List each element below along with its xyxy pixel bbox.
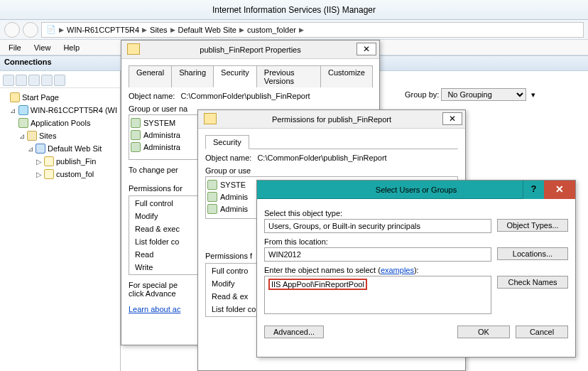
sidebar: Start Page ⊿WIN-R61CCPTT5R4 (WI Applicat… (0, 71, 121, 371)
refresh-icon[interactable] (28, 75, 40, 86)
tree-server[interactable]: ⊿WIN-R61CCPTT5R4 (WI (3, 104, 117, 117)
close-button[interactable]: ✕ (544, 181, 575, 199)
user-icon (131, 118, 141, 128)
locations-button[interactable]: Locations... (497, 247, 568, 260)
select-users-footer: Advanced... OK Cancel (257, 320, 575, 344)
nav-back-icon[interactable] (4, 22, 20, 38)
ok-button[interactable]: OK (457, 326, 510, 338)
tree-sites[interactable]: ⊿Sites (3, 129, 117, 142)
collapse-icon[interactable]: ⊿ (18, 132, 25, 140)
expand-icon[interactable]: ▷ (36, 158, 42, 166)
breadcrumb-item[interactable]: Default Web Site (178, 26, 236, 34)
folder-icon (127, 43, 140, 55)
folder-icon (44, 156, 54, 166)
learn-link[interactable]: Learn about ac (129, 305, 180, 313)
chevron-right-icon: ▶ (239, 26, 244, 33)
nav-forward-icon[interactable] (23, 22, 38, 38)
object-names-label: Enter the object names to select (exampl… (264, 266, 568, 274)
tab-previous-versions[interactable]: Previous Versions (256, 65, 321, 87)
home-icon (10, 92, 20, 102)
close-button[interactable]: ✕ (442, 112, 462, 125)
breadcrumb-item[interactable]: Sites (150, 26, 167, 34)
menu-help[interactable]: Help (58, 42, 85, 53)
tree-default-site[interactable]: ⊿Default Web Sit (3, 142, 117, 155)
folder-icon (204, 113, 217, 124)
user-icon (207, 180, 217, 190)
examples-link[interactable]: examples (381, 266, 414, 274)
chevron-right-icon: ▶ (59, 26, 64, 33)
user-icon (207, 192, 217, 202)
save-icon[interactable] (16, 75, 27, 86)
location-field: WIN2012 (264, 247, 491, 262)
location-label: From this location: (264, 237, 568, 246)
tab-security[interactable]: Security (205, 135, 249, 149)
sidebar-toolbar (0, 72, 120, 88)
chevron-right-icon: ▶ (142, 26, 147, 33)
group-by-menu-icon[interactable]: ▾ (531, 90, 535, 99)
object-types-button[interactable]: Object Types... (497, 219, 568, 232)
globe-icon (36, 144, 45, 154)
sites-icon (27, 131, 37, 141)
tab-sharing[interactable]: Sharing (171, 65, 214, 87)
user-icon (131, 142, 141, 152)
tree-start-page[interactable]: Start Page (3, 91, 117, 104)
tree-custom-folder[interactable]: ▷custom_fol (3, 168, 117, 181)
user-icon (131, 130, 141, 140)
object-names-value: IIS AppPool\FinReportPool (268, 279, 367, 290)
properties-titlebar: publish_FinReport Properties ✕ (121, 41, 379, 59)
group-by: Group by: No Grouping ▾ (405, 88, 535, 101)
select-users-titlebar: Select Users or Groups ? ✕ (257, 181, 575, 199)
menu-file[interactable]: File (3, 42, 27, 53)
tab-general[interactable]: General (129, 65, 172, 87)
object-type-label: Select this object type: (264, 209, 568, 217)
permissions-titlebar: Permissions for publish_FinReport ✕ (198, 110, 465, 129)
check-names-button[interactable]: Check Names (497, 276, 568, 289)
properties-tabs: General Sharing Security Previous Versio… (129, 65, 372, 87)
breadcrumb-root-icon: 📄 (46, 25, 56, 34)
main-titlebar: Internet Information Services (IIS) Mana… (0, 0, 588, 20)
tab-customize[interactable]: Customize (320, 65, 373, 87)
breadcrumb[interactable]: 📄▶ WIN-R61CCPTT5R4▶ Sites▶ Default Web S… (41, 22, 584, 38)
tree-publish-fin[interactable]: ▷publish_Fin (3, 155, 117, 168)
main-title: Internet Information Services (IIS) Mana… (212, 5, 376, 15)
chevron-right-icon: ▶ (299, 26, 304, 33)
group-by-label: Group by: (405, 90, 439, 99)
group-by-select[interactable]: No Grouping (441, 88, 526, 101)
object-name-value: C:\CommonFolder\publish_FinReport (180, 92, 310, 100)
chevron-right-icon: ▶ (170, 26, 175, 33)
app-pool-icon (18, 118, 28, 128)
object-type-field: Users, Groups, or Built-in security prin… (264, 219, 491, 233)
tree: Start Page ⊿WIN-R61CCPTT5R4 (WI Applicat… (0, 88, 120, 183)
folder-icon (44, 169, 54, 179)
advanced-button[interactable]: Advanced... (264, 326, 324, 338)
properties-title: publish_FinReport Properties (200, 45, 300, 54)
select-users-title: Select Users or Groups (376, 186, 457, 194)
breadcrumb-item[interactable]: custom_folder (247, 26, 296, 34)
close-button[interactable]: ✕ (356, 43, 376, 55)
menu-view[interactable]: View (28, 42, 57, 53)
select-users-dialog: Select Users or Groups ? ✕ Select this o… (256, 180, 576, 357)
tree-app-pools[interactable]: Application Pools (3, 117, 117, 129)
collapse-icon[interactable]: ⊿ (27, 145, 33, 153)
tab-security[interactable]: Security (213, 65, 257, 87)
expand-icon[interactable]: ▷ (36, 171, 42, 178)
cancel-button[interactable]: Cancel (516, 326, 568, 338)
user-icon (207, 204, 217, 214)
group-users-label: Group or use (205, 166, 458, 175)
select-users-body: Select this object type: Users, Groups, … (257, 199, 575, 320)
nav-toolbar: 📄▶ WIN-R61CCPTT5R4▶ Sites▶ Default Web S… (0, 20, 588, 40)
object-name-value: C:\CommonFolder\publish_FinReport (257, 154, 386, 162)
connect-icon[interactable] (3, 75, 14, 86)
object-names-input[interactable]: IIS AppPool\FinReportPool (264, 276, 491, 314)
server-icon (18, 105, 28, 115)
help-button[interactable]: ? (523, 181, 544, 199)
object-name-label: Object name: (205, 154, 251, 162)
stop-icon[interactable] (54, 75, 65, 86)
bookmark-icon[interactable] (41, 75, 53, 86)
object-name-label: Object name: (129, 92, 175, 100)
permissions-title: Permissions for publish_FinReport (272, 115, 391, 124)
breadcrumb-item[interactable]: WIN-R61CCPTT5R4 (67, 26, 139, 34)
collapse-icon[interactable]: ⊿ (10, 107, 16, 114)
